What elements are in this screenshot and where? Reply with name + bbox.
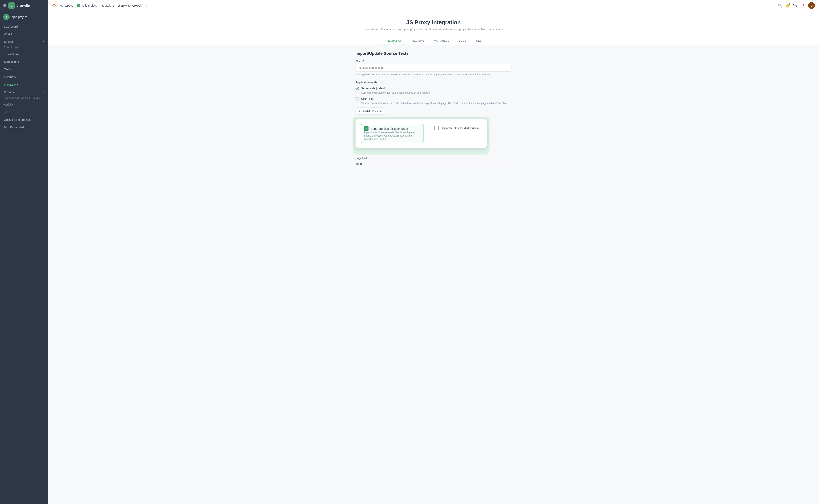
bell-icon[interactable]: 🔔	[785, 3, 790, 8]
breadcrumb-current: Jsproxy for Crowdin	[118, 4, 143, 7]
radio-client-side[interactable]: Client side	[356, 97, 511, 101]
sidebar-item-activity[interactable]: Activity	[0, 101, 48, 108]
breadcrumb-sep-1: ›	[57, 4, 58, 7]
section-title: Import/Update Source Texts	[356, 51, 511, 56]
breadcrumb-integrations[interactable]: Integrations	[100, 4, 114, 7]
tab-help[interactable]: HELP	[471, 37, 488, 45]
user-avatar[interactable]: U	[808, 2, 815, 9]
checkbox-hint-1: If you want to have separate files for e…	[364, 131, 420, 141]
breadcrumb-workspace[interactable]: Workspace	[59, 4, 73, 7]
page-limit-section: Page limit 10000	[356, 157, 511, 167]
radio-client-hint: Your website administrator needs to add …	[361, 102, 511, 105]
hamburger-icon[interactable]: ☰	[3, 3, 6, 8]
page-limit-value: 10000	[356, 161, 511, 167]
tab-variables[interactable]: VARIABLES	[429, 37, 454, 45]
star-icon[interactable]: ☆	[145, 4, 147, 7]
sidebar-item-guides[interactable]: Guides & References	[0, 116, 48, 124]
sidebar-item-reports[interactable]: Reports ›	[0, 88, 48, 96]
checkbox-separate-pages[interactable]: ✓	[364, 126, 369, 131]
checkbox-separate-distribution[interactable]	[434, 126, 439, 130]
breadcrumb-project[interactable]: agile project	[81, 4, 97, 7]
project-selector[interactable]: A agile project ▾	[0, 11, 48, 23]
search-icon[interactable]: 🔍	[778, 3, 782, 8]
sources-sub: Files, Strings	[0, 46, 48, 50]
tabs: INTEGRATION REVIEWS VARIABLES LOGS HELP	[52, 37, 815, 45]
breadcrumb-project-avatar: A	[77, 4, 80, 7]
tab-integration[interactable]: INTEGRATION	[379, 37, 407, 45]
reports-sub: Overview, Cost estimate, Transl...	[0, 96, 48, 101]
main-content: 🏠 › Workspace › A agile project › Integr…	[48, 0, 819, 504]
topbar-actions: 🔍 🔔 💬 ❓ U	[778, 2, 815, 9]
radio-server-circle[interactable]	[356, 87, 359, 90]
tab-logs[interactable]: LOGS	[454, 37, 471, 45]
checkbox-row: ✓ Separate files for each page If you wa…	[361, 124, 481, 143]
checkbox-item-2: Separate files for distribution	[431, 124, 481, 132]
radio-server-label: Server side (default)	[361, 87, 386, 90]
radio-client-circle[interactable]	[356, 97, 359, 101]
sidebar: ☰ c crowdin A agile project ▾ Dashboard …	[0, 0, 48, 504]
chevron-up-icon: ∧	[380, 110, 382, 112]
logo-text: crowdin	[16, 4, 30, 8]
topbar: 🏠 › Workspace › A agile project › Integr…	[48, 0, 819, 11]
page-limit-label: Page limit	[356, 157, 511, 160]
highlighted-checkbox-item: ✓ Separate files for each page If you wa…	[361, 124, 423, 143]
breadcrumb-sep-2: ›	[74, 4, 75, 7]
sidebar-item-translations[interactable]: Translations	[0, 50, 48, 58]
page-subtitle: Synchronize all source files with your p…	[52, 28, 815, 31]
checkbox-header-1: ✓ Separate files for each page	[364, 126, 420, 131]
sidebar-item-dashboard[interactable]: Dashboard	[0, 23, 48, 30]
project-avatar: A	[3, 14, 10, 20]
page-title: JS Proxy Integration	[52, 19, 815, 26]
breadcrumb-sep-3: ›	[98, 4, 99, 7]
site-settings-button[interactable]: SITE SETTINGS ∧	[356, 107, 385, 115]
checkbox-header-2: Separate files for distribution	[434, 126, 479, 130]
project-name: agile project	[12, 15, 44, 19]
sources-arrow-icon: ›	[43, 40, 44, 43]
notification-dot	[789, 3, 790, 5]
sidebar-item-tasks[interactable]: Tasks	[0, 66, 48, 73]
content-area: Import/Update Source Texts Site URL This…	[344, 45, 523, 173]
tooltip-bubble: ✓ Separate files for each page If you wa…	[356, 119, 487, 148]
sidebar-header: ☰ c crowdin	[0, 0, 48, 11]
reports-arrow-icon: ›	[43, 91, 44, 94]
sidebar-item-tools[interactable]: Tools	[0, 108, 48, 116]
radio-client-label: Client side	[361, 97, 374, 100]
radio-server-inner	[357, 88, 358, 89]
logo-icon: c	[8, 2, 15, 9]
sidebar-item-sources[interactable]: Sources ›	[0, 38, 48, 46]
checkbox-label-1: Separate files for each page	[371, 127, 408, 130]
help-icon[interactable]: ❓	[801, 3, 805, 8]
page-body: JS Proxy Integration Synchronize all sou…	[48, 11, 819, 504]
sidebar-item-workflow[interactable]: Workflow	[0, 30, 48, 38]
sidebar-item-members[interactable]: Members	[0, 73, 48, 81]
site-url-hint: This app will crawl your website and ext…	[356, 73, 511, 76]
page-header: JS Proxy Integration Synchronize all sou…	[48, 11, 819, 45]
site-settings-panel: ✓ Separate files for each page If you wa…	[356, 119, 487, 152]
sidebar-item-miro[interactable]: Miro Embedded	[0, 124, 48, 131]
site-url-input[interactable]	[356, 64, 511, 72]
sidebar-item-integrations[interactable]: Integrations	[0, 81, 48, 88]
radio-server-hint: Application will scan content on the vis…	[361, 91, 511, 94]
message-icon[interactable]: 💬	[793, 3, 797, 8]
checkbox-label-2: Separate files for distribution	[441, 126, 479, 130]
breadcrumb-sep-4: ›	[116, 4, 117, 7]
tab-reviews[interactable]: REVIEWS	[407, 37, 429, 45]
breadcrumb: 🏠 › Workspace › A agile project › Integr…	[52, 4, 147, 7]
logo-wrap: c crowdin	[8, 2, 30, 9]
chevron-down-icon: ▾	[44, 16, 45, 18]
app-mode-label: Application mode	[356, 81, 511, 84]
site-url-label: Site URL	[356, 60, 511, 63]
radio-server-side[interactable]: Server side (default)	[356, 87, 511, 90]
home-icon[interactable]: 🏠	[52, 4, 56, 7]
check-icon: ✓	[365, 127, 368, 130]
sidebar-item-screenshots[interactable]: Screenshots	[0, 58, 48, 66]
